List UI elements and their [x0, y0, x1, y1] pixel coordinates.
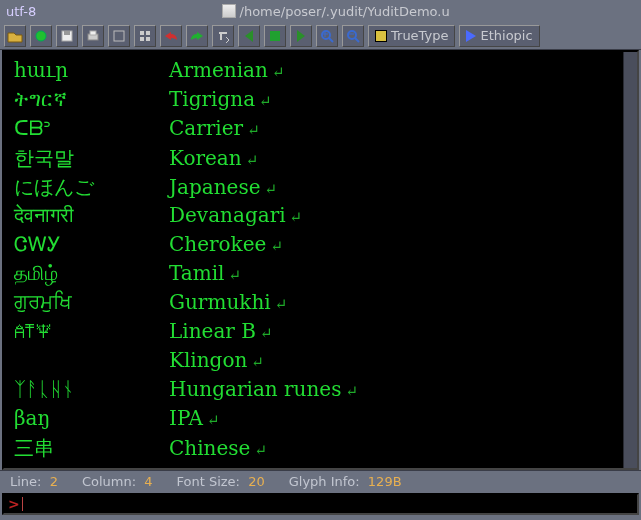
native-text: 한국말: [14, 145, 169, 172]
file-path-group: /home/poser/.yudit/YuditDemo.u: [36, 4, 635, 19]
script-name: Armenian: [169, 58, 268, 82]
font-renderer-label: TrueType: [391, 28, 448, 43]
script-select[interactable]: Ethiopic: [459, 25, 539, 47]
native-text: βaŋ: [14, 406, 169, 430]
svg-rect-8: [140, 37, 144, 41]
script-name: Devanagari: [169, 203, 286, 227]
text-row: 三串Chinese: [14, 435, 627, 464]
font-size-label: Font Size:: [177, 474, 241, 489]
text-row: ᏣᎳᎩCherokee: [14, 232, 627, 261]
newline-icon: [290, 208, 303, 226]
text-row: देवनागरीDevanagari: [14, 203, 627, 232]
status-column: Column: 4: [82, 474, 153, 489]
status-font-size: Font Size: 20: [177, 474, 265, 489]
line-value: 2: [50, 474, 58, 489]
newline-icon: [270, 237, 283, 255]
svg-point-11: [322, 31, 330, 39]
glyph-info-value: 129B: [368, 474, 402, 489]
save-button[interactable]: [56, 25, 78, 47]
svg-line-17: [355, 38, 359, 42]
text-row: ᑕᗷᐣCarrier: [14, 116, 627, 145]
text-row: 한국말Korean: [14, 145, 627, 174]
script-name: Carrier: [169, 116, 243, 140]
encoding-label: utf-8: [6, 4, 36, 19]
caret-icon: [22, 497, 23, 511]
redo-button[interactable]: [186, 25, 208, 47]
native-text: ᛉᚨᚳᚺᚾ: [14, 377, 169, 401]
layout-button[interactable]: [134, 25, 156, 47]
text-row: にほんごJapanese: [14, 174, 627, 203]
native-text: 𐀁𐀵𐁆: [14, 319, 169, 343]
svg-rect-7: [146, 31, 150, 35]
newline-icon: [247, 121, 260, 139]
native-text: தமிழ்: [14, 261, 169, 285]
text-row: Klingon: [14, 348, 627, 377]
stop-button[interactable]: [264, 25, 286, 47]
svg-line-14: [329, 38, 333, 42]
text-row: ਗੁਰਮੁਖਿGurmukhi: [14, 290, 627, 319]
script-name: IPA: [169, 406, 203, 430]
text-row: ᛉᚨᚳᚺᚾHungarian runes: [14, 377, 627, 406]
column-label: Column:: [82, 474, 136, 489]
next-button[interactable]: [290, 25, 312, 47]
titlebar: utf-8 /home/poser/.yudit/YuditDemo.u: [0, 0, 641, 22]
newline-icon: [264, 180, 277, 198]
newline-icon: [251, 353, 264, 371]
script-name: Linear B: [169, 319, 256, 343]
script-name: Gurmukhi: [169, 290, 271, 314]
font-renderer-select[interactable]: TrueType: [368, 25, 455, 47]
newline-icon: [254, 441, 267, 459]
script-name: Cherokee: [169, 232, 266, 256]
newline-icon: [345, 382, 358, 400]
script-name: Korean: [169, 146, 242, 170]
vertical-scrollbar[interactable]: [623, 52, 637, 468]
text-row: հաւրArmenian: [14, 58, 627, 87]
play-icon: [466, 30, 476, 42]
native-text: ᑕᗷᐣ: [14, 116, 169, 140]
script-name: Hungarian runes: [169, 377, 341, 401]
text-row: தமிழ்Tamil: [14, 261, 627, 290]
file-path: /home/poser/.yudit/YuditDemo.u: [240, 4, 450, 19]
newline-icon: [260, 324, 273, 342]
native-text: հաւր: [14, 58, 169, 82]
script-label: Ethiopic: [480, 28, 532, 43]
newline-icon: [207, 411, 220, 429]
text-row: 𐀁𐀵𐁆Linear B: [14, 319, 627, 348]
svg-rect-4: [90, 31, 96, 35]
newline-icon: [272, 63, 285, 81]
undo-button[interactable]: [160, 25, 182, 47]
script-name: Klingon: [169, 348, 247, 372]
prev-button[interactable]: [238, 25, 260, 47]
native-text: देवनागरी: [14, 203, 169, 227]
script-name: Japanese: [169, 175, 260, 199]
column-value: 4: [144, 474, 152, 489]
font-renderer-icon: [375, 30, 387, 42]
script-name: Tigrigna: [169, 87, 255, 111]
newline-icon: [246, 151, 259, 169]
svg-rect-9: [146, 37, 150, 41]
svg-rect-2: [64, 31, 70, 35]
svg-rect-5: [114, 31, 124, 41]
command-line[interactable]: >: [2, 493, 639, 515]
native-text: にほんご: [14, 174, 169, 201]
document-icon: [222, 4, 236, 18]
newline-icon: [259, 92, 272, 110]
line-label: Line:: [10, 474, 41, 489]
status-line: Line: 2: [10, 474, 58, 489]
print-button[interactable]: [82, 25, 104, 47]
toolbar: TrueType Ethiopic: [0, 22, 641, 50]
font-size-value: 20: [248, 474, 265, 489]
find-button[interactable]: [108, 25, 130, 47]
glyph-info-label: Glyph Info:: [289, 474, 360, 489]
record-button[interactable]: [30, 25, 52, 47]
status-bar: Line: 2 Column: 4 Font Size: 20 Glyph In…: [0, 470, 641, 492]
newline-icon: [228, 266, 241, 284]
native-text: ᏣᎳᎩ: [14, 232, 169, 256]
zoom-in-button[interactable]: [316, 25, 338, 47]
editor-area[interactable]: հաւրArmenian ትግርኛTigrigna ᑕᗷᐣCarrier 한국말…: [2, 50, 639, 470]
script-name: Chinese: [169, 436, 250, 460]
open-button[interactable]: [4, 25, 26, 47]
native-text: 三串: [14, 435, 169, 462]
zoom-out-button[interactable]: [342, 25, 364, 47]
direction-button[interactable]: [212, 25, 234, 47]
